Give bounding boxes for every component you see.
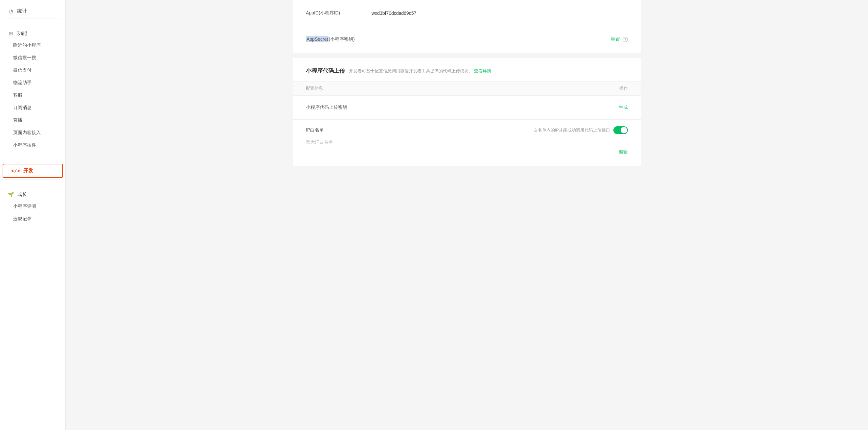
ip-toggle-switch[interactable] [613, 126, 628, 134]
sidebar-item-plugin[interactable]: 小程序插件 [0, 139, 65, 151]
ip-whitelist-label: IP白名单 [306, 127, 533, 133]
secret-key-generate-button[interactable]: 生成 [619, 105, 628, 111]
divider [5, 18, 60, 19]
function-icon: ⊞ [8, 31, 14, 36]
ip-edit-row: 编辑 [306, 147, 628, 163]
sidebar-develop-label: 开发 [23, 168, 33, 174]
table-header-action-label: 操作 [619, 85, 628, 91]
sidebar-item-wechat-search[interactable]: 微信搜一搜 [0, 52, 65, 64]
table-header-row: 配置信息 操作 [293, 81, 641, 96]
secret-key-row: 小程序代码上传密钥 生成 [293, 96, 641, 119]
ip-toggle-area: 白名单内的IP才能成功调用代码上传接口 [533, 126, 628, 134]
appsecret-reset-action[interactable]: 重置 ? [611, 36, 628, 42]
appsecret-label: AppSecret(小程序密钥) [306, 36, 372, 42]
growth-icon: 🌱 [8, 192, 14, 198]
code-upload-title-bar: 小程序代码上传 开发者可基于配置信息调用微信开发者工具提供的代码上传模块。 查看… [293, 58, 641, 81]
appid-label: AppID(小程序ID) [306, 10, 372, 16]
content-area: AppID(小程序ID) wxd3bf70dcdad69c57 AppSecre… [286, 0, 648, 166]
code-upload-subtitle-text: 开发者可基于配置信息调用微信开发者工具提供的代码上传模块。 [349, 68, 473, 73]
secret-key-label: 小程序代码上传密钥 [306, 105, 619, 111]
sidebar-item-live[interactable]: 直播 [0, 114, 65, 126]
main-content: AppID(小程序ID) wxd3bf70dcdad69c57 AppSecre… [66, 0, 868, 430]
code-upload-link[interactable]: 查看详情 [474, 68, 491, 73]
code-upload-card: 小程序代码上传 开发者可基于配置信息调用微信开发者工具提供的代码上传模块。 查看… [293, 58, 641, 166]
reset-label: 重置 [611, 36, 620, 42]
ip-empty-text: 暂无IP白名单 [306, 136, 628, 147]
ip-edit-button[interactable]: 编辑 [619, 149, 628, 155]
appsecret-row: AppSecret(小程序密钥) 重置 ? [293, 26, 641, 53]
sidebar-item-develop[interactable]: </> 开发 [3, 164, 63, 178]
appid-value: wxd3bf70dcdad69c57 [372, 10, 628, 16]
ip-header: IP白名单 白名单内的IP才能成功调用代码上传接口 [306, 126, 628, 134]
code-upload-title: 小程序代码上传 [306, 67, 345, 75]
ip-toggle-desc: 白名单内的IP才能成功调用代码上传接口 [533, 127, 610, 133]
sidebar-item-logistics[interactable]: 物流助手 [0, 77, 65, 89]
sidebar-section-develop: </> 开发 [0, 157, 65, 183]
sidebar-item-wechat-pay[interactable]: 微信支付 [0, 64, 65, 77]
ip-whitelist-section: IP白名单 白名单内的IP才能成功调用代码上传接口 暂无IP白名单 编辑 [293, 119, 641, 166]
sidebar-item-page-content[interactable]: 页面内容接入 [0, 126, 65, 139]
sidebar-section-statistics: ◔ 统计 [0, 0, 65, 22]
sidebar: ◔ 统计 ⊞ 功能 附近的小程序 微信搜一搜 微信支付 物流助手 客服 订阅消息… [0, 0, 66, 430]
appid-row: AppID(小程序ID) wxd3bf70dcdad69c57 [293, 0, 641, 26]
sidebar-item-nearby[interactable]: 附近的小程序 [0, 39, 65, 52]
appsecret-highlighted-text: AppSecret [306, 36, 329, 42]
divider [5, 153, 60, 153]
sidebar-item-customer-service[interactable]: 客服 [0, 89, 65, 102]
sidebar-item-miniapp-review[interactable]: 小程序评测 [0, 200, 65, 213]
sidebar-statistics-label: 统计 [17, 8, 27, 14]
sidebar-item-subscription[interactable]: 订阅消息 [0, 102, 65, 114]
table-header-config-label: 配置信息 [306, 85, 619, 91]
help-icon[interactable]: ? [623, 37, 628, 42]
sidebar-item-violations[interactable]: 违规记录 [0, 213, 65, 225]
sidebar-item-statistics[interactable]: ◔ 统计 [0, 5, 65, 17]
sidebar-item-function[interactable]: ⊞ 功能 [0, 28, 65, 39]
sidebar-item-growth[interactable]: 🌱 成长 [0, 189, 65, 200]
sidebar-section-growth: 🌱 成长 小程序评测 违规记录 [0, 183, 65, 228]
sidebar-growth-label: 成长 [17, 191, 27, 198]
statistics-icon: ◔ [8, 8, 14, 14]
divider [5, 179, 60, 179]
sidebar-section-function: ⊞ 功能 附近的小程序 微信搜一搜 微信支付 物流助手 客服 订阅消息 直播 页… [0, 22, 65, 157]
appid-card: AppID(小程序ID) wxd3bf70dcdad69c57 AppSecre… [293, 0, 641, 53]
ip-section-inner: IP白名单 白名单内的IP才能成功调用代码上传接口 暂无IP白名单 编辑 [293, 120, 641, 166]
appsecret-rest-text: (小程序密钥) [329, 36, 354, 42]
sidebar-function-label: 功能 [17, 30, 27, 36]
develop-icon: </> [11, 168, 20, 174]
code-upload-subtitle: 开发者可基于配置信息调用微信开发者工具提供的代码上传模块。 查看详情 [349, 68, 491, 74]
